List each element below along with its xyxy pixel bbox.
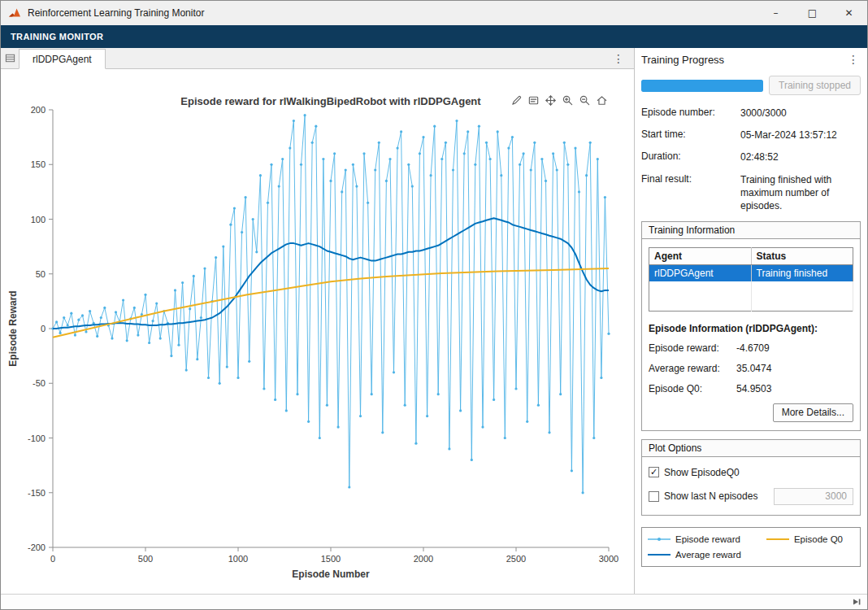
svg-text:-200: -200: [28, 542, 46, 552]
svg-text:1500: 1500: [321, 554, 341, 564]
show-episodeq0-checkbox[interactable]: ✓: [649, 467, 659, 477]
svg-text:150: 150: [31, 159, 46, 169]
section-title: Plot Options: [642, 440, 860, 457]
field-start-time: Start time: 05-Mar-2024 13:57:12: [641, 129, 861, 142]
cell-agent: rlDDPGAgent: [649, 265, 752, 282]
field-episode-reward: Episode reward: -4.6709: [649, 342, 853, 354]
training-stopped-button[interactable]: Training stopped: [769, 76, 861, 95]
section-title: Training Information: [642, 222, 860, 239]
app-window: Reinforcement Learning Training Monitor …: [0, 0, 868, 610]
table-header-agent: Agent: [649, 248, 752, 265]
table-header-status: Status: [751, 248, 853, 265]
svg-text:-150: -150: [28, 488, 46, 498]
main-area: rlDDPGAgent ⋮ -200-150-100-5005010015020…: [1, 48, 867, 594]
table-row[interactable]: rlDDPGAgent Training finished: [649, 265, 853, 282]
axes-toolbar: [510, 94, 609, 107]
show-episodeq0-label: Show EpisodeQ0: [664, 467, 740, 478]
matlab-logo-icon: [8, 7, 21, 20]
episode-reward-line-sample-icon: [647, 534, 671, 544]
cell-status: Training finished: [751, 265, 853, 282]
legend-item-average-reward: Average reward: [647, 550, 766, 560]
training-progress-panel: Training Progress ⋮ Training stopped Epi…: [634, 48, 867, 594]
svg-text:100: 100: [31, 215, 46, 224]
last-n-episodes-input[interactable]: [774, 488, 853, 505]
chart-legend: Episode reward Average reward Ep: [641, 527, 861, 567]
average-reward-line-sample-icon: [647, 550, 671, 560]
svg-text:3000: 3000: [599, 554, 618, 564]
svg-text:200: 200: [31, 105, 46, 115]
datatips-icon[interactable]: [527, 94, 540, 107]
title-bar: Reinforcement Learning Training Monitor …: [1, 1, 867, 25]
episode-info-title: Episode Information (rlDDPGAgent):: [649, 323, 853, 334]
tab-label: rlDDPGAgent: [33, 54, 92, 65]
show-last-n-checkbox[interactable]: [649, 491, 659, 502]
document-tab-strip: rlDDPGAgent ⋮: [1, 48, 634, 69]
field-episode-q0: Episode Q0: 54.9503: [649, 383, 853, 394]
legend-item-episode-q0: Episode Q0: [766, 534, 843, 544]
zoom-in-icon[interactable]: [561, 94, 575, 107]
brush-icon[interactable]: [510, 94, 523, 107]
window-title: Reinforcement Learning Training Monitor: [28, 7, 204, 19]
restore-view-icon[interactable]: [595, 94, 609, 107]
tab-overflow-kebab-icon[interactable]: ⋮: [603, 48, 634, 68]
svg-text:Episode Reward: Episode Reward: [7, 290, 19, 366]
svg-text:Episode Number: Episode Number: [292, 569, 370, 580]
svg-text:0: 0: [50, 554, 55, 564]
field-average-reward: Average reward: 35.0474: [649, 363, 853, 374]
field-final-result: Final result: Training finished with max…: [641, 173, 861, 213]
svg-text:-100: -100: [28, 434, 46, 443]
panel-title: Training Progress: [641, 54, 724, 66]
ribbon-tab-training-monitor[interactable]: TRAINING MONITOR: [1, 25, 113, 48]
section-plot-options: Plot Options ✓ Show EpisodeQ0 Show last …: [641, 439, 861, 516]
svg-text:500: 500: [138, 554, 153, 564]
show-last-n-row[interactable]: Show last N episodes: [649, 488, 853, 505]
field-duration: Duration: 02:48:52: [641, 150, 861, 163]
more-details-button[interactable]: More Details...: [773, 403, 853, 422]
episode-q0-line-sample-icon: [766, 534, 790, 544]
tab-rlddpgagent[interactable]: rlDDPGAgent: [19, 49, 106, 69]
svg-text:-50: -50: [33, 378, 46, 388]
minimize-button[interactable]: –: [757, 1, 794, 25]
svg-text:Episode reward for rlWalkingBi: Episode reward for rlWalkingBipedRobot w…: [180, 95, 481, 107]
collapse-right-panel-icon[interactable]: [852, 597, 861, 607]
chart-panel: rlDDPGAgent ⋮ -200-150-100-5005010015020…: [1, 48, 634, 594]
training-progress-bar: [641, 80, 763, 92]
zoom-out-icon[interactable]: [578, 94, 592, 107]
window-controls: – □ ✕: [757, 1, 867, 25]
maximize-button[interactable]: □: [794, 1, 831, 25]
ribbon: TRAINING MONITOR: [1, 25, 867, 48]
agents-table: Agent Status rlDDPGAgent Training finish…: [649, 247, 853, 312]
svg-text:0: 0: [41, 324, 46, 333]
close-button[interactable]: ✕: [831, 1, 867, 25]
svg-text:1000: 1000: [228, 554, 248, 564]
table-empty-space: [649, 281, 853, 311]
field-episode-number: Episode number: 3000/3000: [641, 107, 861, 120]
tab-list-icon[interactable]: [1, 48, 19, 68]
chart-area: -200-150-100-500501001502000500100015002…: [1, 69, 634, 594]
svg-text:2000: 2000: [414, 554, 433, 564]
svg-text:2500: 2500: [506, 554, 526, 564]
show-episodeq0-row[interactable]: ✓ Show EpisodeQ0: [649, 467, 853, 478]
legend-item-episode-reward: Episode reward: [647, 534, 766, 544]
svg-text:50: 50: [36, 269, 46, 279]
progress-fill: [641, 80, 763, 92]
bottom-status-bar: [1, 594, 867, 609]
panel-kebab-icon[interactable]: ⋮: [838, 48, 861, 71]
pan-icon[interactable]: [544, 94, 558, 107]
section-training-information: Training Information Agent Status rlDDPG…: [641, 221, 861, 431]
show-last-n-label: Show last N episodes: [664, 490, 757, 502]
reward-chart[interactable]: -200-150-100-500501001502000500100015002…: [1, 69, 634, 594]
